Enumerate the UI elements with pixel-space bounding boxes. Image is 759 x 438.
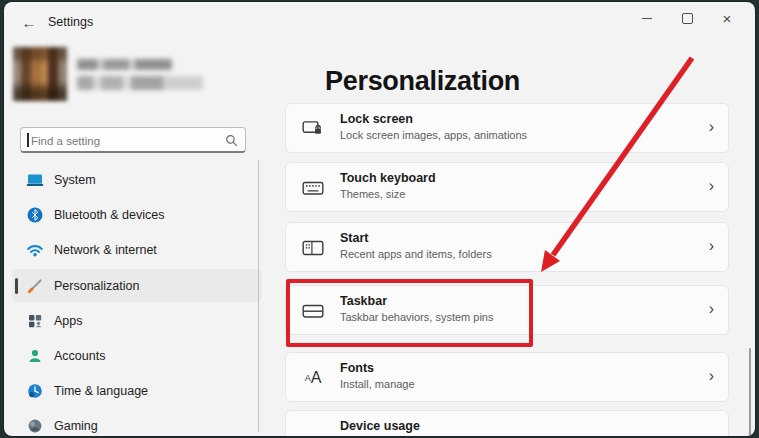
sidebar-item-time-language[interactable]: Time & language <box>12 374 262 407</box>
minimize-button[interactable] <box>627 6 667 30</box>
card-device-usage[interactable]: Device usage <box>285 410 729 436</box>
start-icon <box>301 236 325 260</box>
chevron-right-icon: › <box>709 367 714 385</box>
user-avatar <box>13 47 67 101</box>
accounts-icon <box>26 347 44 365</box>
card-title: Start <box>340 231 492 245</box>
sidebar-item-label: Bluetooth & devices <box>54 208 165 222</box>
sidebar-item-label: Accounts <box>54 349 105 363</box>
maximize-button[interactable] <box>667 6 707 30</box>
sidebar-item-label: Gaming <box>54 419 98 433</box>
selection-pill <box>15 278 18 294</box>
annotation-highlight-rect <box>286 279 533 347</box>
close-icon: × <box>723 11 732 26</box>
card-subtitle: Recent apps and items, folders <box>340 248 492 260</box>
sidebar-item-gaming[interactable]: Gaming <box>12 409 262 436</box>
sidebar-item-apps[interactable]: Apps <box>12 304 262 337</box>
close-button[interactable]: × <box>707 6 747 30</box>
card-title: Lock screen <box>340 112 527 126</box>
sidebar-item-label: Time & language <box>54 384 148 398</box>
personalization-icon <box>26 277 44 295</box>
time-language-icon <box>26 382 44 400</box>
search-input[interactable] <box>29 129 223 152</box>
back-button[interactable]: ← <box>18 11 40 33</box>
sidebar-item-personalization[interactable]: Personalization <box>12 269 262 302</box>
touch-keyboard-icon <box>301 176 325 200</box>
network-icon <box>26 241 44 259</box>
card-title: Touch keyboard <box>340 171 436 185</box>
search-icon <box>225 134 238 147</box>
fonts-icon: AA <box>301 366 325 390</box>
sidebar-item-label: Apps <box>54 314 83 328</box>
window-controls: × <box>627 6 747 30</box>
page-title: Personalization <box>325 66 520 97</box>
card-subtitle: Install, manage <box>340 378 415 390</box>
chevron-right-icon: › <box>709 300 714 318</box>
sidebar-item-accounts[interactable]: Accounts <box>12 339 262 372</box>
sidebar-item-bluetooth[interactable]: Bluetooth & devices <box>12 198 262 231</box>
maximize-icon <box>682 13 693 24</box>
app-title: Settings <box>48 15 93 29</box>
user-email-redacted <box>77 76 203 90</box>
sidebar-item-label: Personalization <box>54 279 139 293</box>
card-subtitle: Themes, size <box>340 188 436 200</box>
apps-icon <box>26 312 44 330</box>
user-name-redacted <box>77 59 172 70</box>
bluetooth-icon <box>26 206 44 224</box>
content-scrollbar[interactable] <box>749 348 751 436</box>
gaming-icon <box>26 417 44 435</box>
search-box[interactable] <box>20 127 246 153</box>
sidebar-item-system[interactable]: System <box>12 163 262 196</box>
minimize-icon <box>642 18 652 19</box>
card-fonts[interactable]: AA Fonts Install, manage › <box>285 352 729 402</box>
sidebar-item-label: System <box>54 173 96 187</box>
annotation-arrow <box>525 48 710 295</box>
sidebar-divider <box>258 160 259 432</box>
card-subtitle: Lock screen images, apps, animations <box>340 129 527 141</box>
back-arrow-icon: ← <box>22 14 37 31</box>
system-icon <box>26 171 44 189</box>
card-title: Device usage <box>340 419 420 433</box>
lock-screen-icon <box>301 117 325 141</box>
sidebar-item-label: Network & internet <box>54 243 157 257</box>
sidebar-item-network[interactable]: Network & internet <box>12 233 262 266</box>
card-title: Fonts <box>340 361 415 375</box>
